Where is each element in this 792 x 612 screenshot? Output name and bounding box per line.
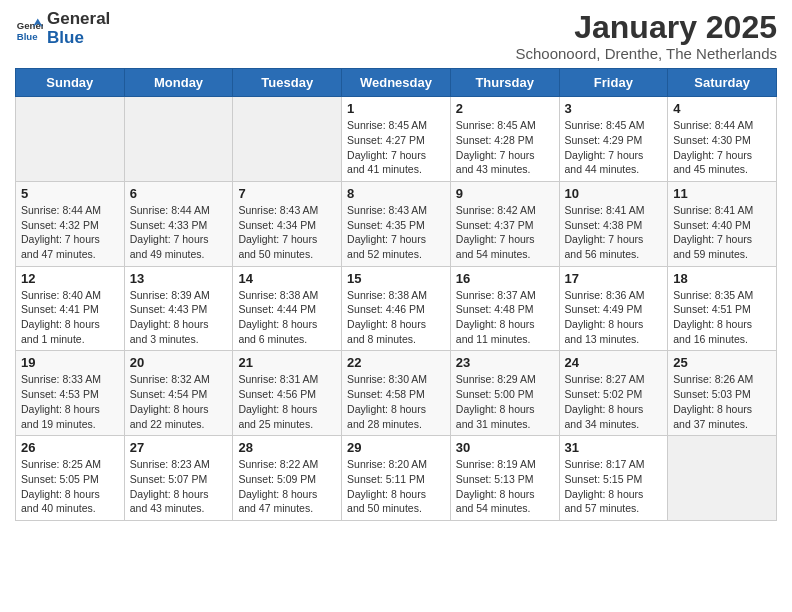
calendar-cell: 19Sunrise: 8:33 AM Sunset: 4:53 PM Dayli… xyxy=(16,351,125,436)
day-number: 26 xyxy=(21,440,119,455)
day-detail: Sunrise: 8:45 AM Sunset: 4:27 PM Dayligh… xyxy=(347,118,445,177)
day-detail: Sunrise: 8:44 AM Sunset: 4:32 PM Dayligh… xyxy=(21,203,119,262)
calendar-cell: 7Sunrise: 8:43 AM Sunset: 4:34 PM Daylig… xyxy=(233,181,342,266)
subtitle: Schoonoord, Drenthe, The Netherlands xyxy=(515,45,777,62)
calendar-cell xyxy=(16,97,125,182)
calendar-cell: 10Sunrise: 8:41 AM Sunset: 4:38 PM Dayli… xyxy=(559,181,668,266)
calendar-cell: 18Sunrise: 8:35 AM Sunset: 4:51 PM Dayli… xyxy=(668,266,777,351)
calendar-cell: 22Sunrise: 8:30 AM Sunset: 4:58 PM Dayli… xyxy=(342,351,451,436)
day-number: 28 xyxy=(238,440,336,455)
calendar-cell: 13Sunrise: 8:39 AM Sunset: 4:43 PM Dayli… xyxy=(124,266,233,351)
calendar-cell xyxy=(233,97,342,182)
day-detail: Sunrise: 8:36 AM Sunset: 4:49 PM Dayligh… xyxy=(565,288,663,347)
day-number: 12 xyxy=(21,271,119,286)
day-detail: Sunrise: 8:33 AM Sunset: 4:53 PM Dayligh… xyxy=(21,372,119,431)
week-row-3: 12Sunrise: 8:40 AM Sunset: 4:41 PM Dayli… xyxy=(16,266,777,351)
calendar-cell: 17Sunrise: 8:36 AM Sunset: 4:49 PM Dayli… xyxy=(559,266,668,351)
day-number: 10 xyxy=(565,186,663,201)
calendar-cell: 6Sunrise: 8:44 AM Sunset: 4:33 PM Daylig… xyxy=(124,181,233,266)
day-detail: Sunrise: 8:27 AM Sunset: 5:02 PM Dayligh… xyxy=(565,372,663,431)
calendar-cell xyxy=(668,436,777,521)
day-header-wednesday: Wednesday xyxy=(342,69,451,97)
day-detail: Sunrise: 8:29 AM Sunset: 5:00 PM Dayligh… xyxy=(456,372,554,431)
day-number: 31 xyxy=(565,440,663,455)
logo: General Blue General Blue xyxy=(15,10,110,47)
calendar-cell: 1Sunrise: 8:45 AM Sunset: 4:27 PM Daylig… xyxy=(342,97,451,182)
week-row-5: 26Sunrise: 8:25 AM Sunset: 5:05 PM Dayli… xyxy=(16,436,777,521)
calendar-cell: 27Sunrise: 8:23 AM Sunset: 5:07 PM Dayli… xyxy=(124,436,233,521)
title-block: January 2025 Schoonoord, Drenthe, The Ne… xyxy=(515,10,777,62)
day-number: 14 xyxy=(238,271,336,286)
day-number: 6 xyxy=(130,186,228,201)
day-number: 24 xyxy=(565,355,663,370)
week-row-2: 5Sunrise: 8:44 AM Sunset: 4:32 PM Daylig… xyxy=(16,181,777,266)
svg-text:Blue: Blue xyxy=(17,30,38,41)
calendar-cell: 16Sunrise: 8:37 AM Sunset: 4:48 PM Dayli… xyxy=(450,266,559,351)
day-number: 8 xyxy=(347,186,445,201)
calendar-cell: 26Sunrise: 8:25 AM Sunset: 5:05 PM Dayli… xyxy=(16,436,125,521)
logo-blue-text: Blue xyxy=(47,29,110,48)
calendar-cell: 11Sunrise: 8:41 AM Sunset: 4:40 PM Dayli… xyxy=(668,181,777,266)
day-detail: Sunrise: 8:43 AM Sunset: 4:34 PM Dayligh… xyxy=(238,203,336,262)
day-number: 30 xyxy=(456,440,554,455)
calendar-cell: 29Sunrise: 8:20 AM Sunset: 5:11 PM Dayli… xyxy=(342,436,451,521)
day-number: 23 xyxy=(456,355,554,370)
day-header-friday: Friday xyxy=(559,69,668,97)
day-number: 7 xyxy=(238,186,336,201)
day-detail: Sunrise: 8:32 AM Sunset: 4:54 PM Dayligh… xyxy=(130,372,228,431)
day-number: 2 xyxy=(456,101,554,116)
day-number: 25 xyxy=(673,355,771,370)
calendar-cell: 9Sunrise: 8:42 AM Sunset: 4:37 PM Daylig… xyxy=(450,181,559,266)
day-detail: Sunrise: 8:41 AM Sunset: 4:40 PM Dayligh… xyxy=(673,203,771,262)
day-detail: Sunrise: 8:40 AM Sunset: 4:41 PM Dayligh… xyxy=(21,288,119,347)
day-number: 1 xyxy=(347,101,445,116)
calendar-cell: 3Sunrise: 8:45 AM Sunset: 4:29 PM Daylig… xyxy=(559,97,668,182)
day-detail: Sunrise: 8:39 AM Sunset: 4:43 PM Dayligh… xyxy=(130,288,228,347)
day-number: 17 xyxy=(565,271,663,286)
calendar-cell: 25Sunrise: 8:26 AM Sunset: 5:03 PM Dayli… xyxy=(668,351,777,436)
calendar-cell: 4Sunrise: 8:44 AM Sunset: 4:30 PM Daylig… xyxy=(668,97,777,182)
calendar-cell: 14Sunrise: 8:38 AM Sunset: 4:44 PM Dayli… xyxy=(233,266,342,351)
day-detail: Sunrise: 8:44 AM Sunset: 4:33 PM Dayligh… xyxy=(130,203,228,262)
day-detail: Sunrise: 8:43 AM Sunset: 4:35 PM Dayligh… xyxy=(347,203,445,262)
calendar-cell: 8Sunrise: 8:43 AM Sunset: 4:35 PM Daylig… xyxy=(342,181,451,266)
week-row-4: 19Sunrise: 8:33 AM Sunset: 4:53 PM Dayli… xyxy=(16,351,777,436)
calendar-cell: 28Sunrise: 8:22 AM Sunset: 5:09 PM Dayli… xyxy=(233,436,342,521)
calendar-cell: 23Sunrise: 8:29 AM Sunset: 5:00 PM Dayli… xyxy=(450,351,559,436)
day-header-thursday: Thursday xyxy=(450,69,559,97)
day-header-monday: Monday xyxy=(124,69,233,97)
calendar-cell: 15Sunrise: 8:38 AM Sunset: 4:46 PM Dayli… xyxy=(342,266,451,351)
day-detail: Sunrise: 8:30 AM Sunset: 4:58 PM Dayligh… xyxy=(347,372,445,431)
day-number: 13 xyxy=(130,271,228,286)
day-detail: Sunrise: 8:20 AM Sunset: 5:11 PM Dayligh… xyxy=(347,457,445,516)
calendar-cell: 30Sunrise: 8:19 AM Sunset: 5:13 PM Dayli… xyxy=(450,436,559,521)
calendar-cell: 21Sunrise: 8:31 AM Sunset: 4:56 PM Dayli… xyxy=(233,351,342,436)
day-detail: Sunrise: 8:37 AM Sunset: 4:48 PM Dayligh… xyxy=(456,288,554,347)
day-detail: Sunrise: 8:22 AM Sunset: 5:09 PM Dayligh… xyxy=(238,457,336,516)
day-header-tuesday: Tuesday xyxy=(233,69,342,97)
day-detail: Sunrise: 8:31 AM Sunset: 4:56 PM Dayligh… xyxy=(238,372,336,431)
day-number: 22 xyxy=(347,355,445,370)
week-row-1: 1Sunrise: 8:45 AM Sunset: 4:27 PM Daylig… xyxy=(16,97,777,182)
day-number: 20 xyxy=(130,355,228,370)
calendar-body: 1Sunrise: 8:45 AM Sunset: 4:27 PM Daylig… xyxy=(16,97,777,521)
day-detail: Sunrise: 8:45 AM Sunset: 4:28 PM Dayligh… xyxy=(456,118,554,177)
day-detail: Sunrise: 8:23 AM Sunset: 5:07 PM Dayligh… xyxy=(130,457,228,516)
day-header-saturday: Saturday xyxy=(668,69,777,97)
day-number: 18 xyxy=(673,271,771,286)
day-number: 11 xyxy=(673,186,771,201)
day-detail: Sunrise: 8:17 AM Sunset: 5:15 PM Dayligh… xyxy=(565,457,663,516)
calendar-cell: 31Sunrise: 8:17 AM Sunset: 5:15 PM Dayli… xyxy=(559,436,668,521)
day-detail: Sunrise: 8:19 AM Sunset: 5:13 PM Dayligh… xyxy=(456,457,554,516)
logo-icon: General Blue xyxy=(15,15,43,43)
day-number: 16 xyxy=(456,271,554,286)
day-number: 21 xyxy=(238,355,336,370)
day-detail: Sunrise: 8:44 AM Sunset: 4:30 PM Dayligh… xyxy=(673,118,771,177)
day-detail: Sunrise: 8:45 AM Sunset: 4:29 PM Dayligh… xyxy=(565,118,663,177)
calendar-header: SundayMondayTuesdayWednesdayThursdayFrid… xyxy=(16,69,777,97)
calendar-cell: 2Sunrise: 8:45 AM Sunset: 4:28 PM Daylig… xyxy=(450,97,559,182)
page-header: General Blue General Blue January 2025 S… xyxy=(15,10,777,62)
day-number: 27 xyxy=(130,440,228,455)
day-number: 3 xyxy=(565,101,663,116)
day-detail: Sunrise: 8:42 AM Sunset: 4:37 PM Dayligh… xyxy=(456,203,554,262)
